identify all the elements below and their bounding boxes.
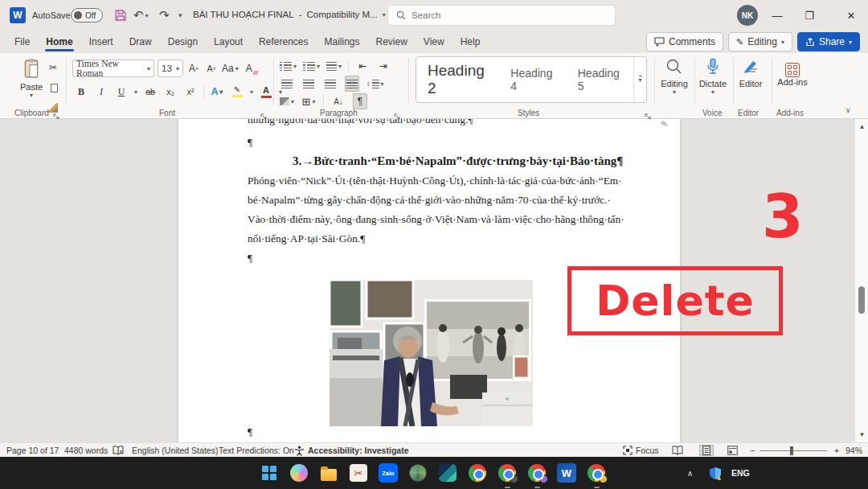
tab-home[interactable]: Home (38, 31, 80, 53)
document-title[interactable]: BÀI THU HOẠCH FINAL - Compatibility M...… (193, 10, 386, 19)
doc-text-line[interactable]: nổi·tiếng·AP·tại·Sài·Gòn.¶ (248, 232, 365, 245)
zoom-slider-thumb[interactable] (790, 446, 793, 455)
align-right-button[interactable] (323, 76, 338, 92)
redo-icon[interactable]: ↷ (159, 6, 170, 24)
clear-formatting-button[interactable]: A (242, 60, 256, 76)
snipping-tool-icon[interactable]: ✂ (348, 462, 369, 483)
multilevel-list-button[interactable]: ▾ (326, 58, 342, 74)
teal-app-icon[interactable] (437, 462, 458, 483)
comments-button[interactable]: Comments (646, 32, 723, 51)
paragraph-mark[interactable]: ¶ (248, 252, 252, 265)
copilot-icon[interactable] (289, 462, 309, 483)
accessibility-status[interactable]: Accessibility: Investigate (308, 445, 408, 456)
italic-button[interactable]: I (94, 84, 108, 100)
bullets-button[interactable]: ▾ (280, 58, 297, 74)
zoom-out-button[interactable]: − (750, 445, 755, 456)
editor-button[interactable]: Editor (733, 58, 768, 88)
font-size-select[interactable]: 13▾ (158, 60, 183, 77)
read-mode-button[interactable] (672, 445, 684, 456)
zalo-icon[interactable]: Zalo (378, 462, 399, 483)
minimize-button[interactable]: — (762, 0, 792, 31)
chrome-icon[interactable] (467, 462, 488, 483)
change-case-button[interactable]: Aa▾ (222, 60, 239, 76)
subscript-button[interactable]: x₂ (163, 84, 178, 100)
style-heading-5[interactable]: Heading 5 (567, 57, 633, 102)
tab-draw[interactable]: Draw (121, 31, 160, 53)
chrome-profile-purple-icon[interactable] (526, 462, 547, 483)
paint-app-icon[interactable] (407, 462, 428, 483)
cut-icon[interactable]: ✂ (46, 60, 60, 76)
superscript-button[interactable]: x² (183, 84, 198, 100)
proofing-icon[interactable] (113, 445, 124, 456)
shrink-font-button[interactable]: A˅ (204, 60, 219, 76)
vertical-scrollbar[interactable]: ▲ ▼ (854, 119, 868, 442)
doc-text-line[interactable]: Vào·thời·điểm·này,·ông·đang·sinh·sống·ở·… (248, 213, 624, 226)
doc-text-line[interactable]: những·người·đã·đối·mặt·với·sự·tàn·bạo·đế… (248, 119, 473, 126)
tab-references[interactable]: References (251, 31, 316, 53)
zoom-in-button[interactable]: + (834, 445, 839, 456)
tab-help[interactable]: Help (452, 31, 489, 53)
zoom-level[interactable]: 94% (845, 445, 862, 456)
add-ins-button[interactable]: Add-ins (773, 58, 812, 87)
word-count[interactable]: 4480 words (64, 445, 108, 456)
chrome-profile-yellow-icon[interactable] (586, 462, 607, 483)
doc-text-line[interactable]: bé·Napalm”·từng·gây·chấn·động·cả·thế·giớ… (248, 194, 611, 207)
page-indicator[interactable]: Page 10 of 17 (6, 445, 59, 456)
customize-toolbar-icon[interactable]: ▾ (178, 6, 182, 24)
search-input[interactable] (411, 10, 572, 20)
focus-button[interactable]: Focus (623, 445, 659, 456)
highlight-color-button[interactable]: ✎ (230, 84, 244, 100)
align-center-button[interactable] (301, 76, 316, 92)
show-formatting-marks-button[interactable]: ¶ (353, 93, 367, 109)
sort-button[interactable]: A↓ (331, 93, 346, 109)
paragraph-mark[interactable]: ¶ (248, 425, 252, 438)
grow-font-button[interactable]: A˄ (186, 60, 201, 76)
text-effects-button[interactable]: A▾ (210, 84, 224, 100)
doc-heading[interactable]: 3.→Bức·tranh·“Em·bé·Napalm”·được·trưng·b… (293, 154, 623, 168)
doc-text-line[interactable]: Phóng·viên·“Nick”·Út·(tên·thật·Huỳnh·Côn… (248, 175, 622, 187)
decrease-indent-button[interactable]: ⇤ (355, 58, 370, 74)
tab-layout[interactable]: Layout (206, 31, 251, 53)
scroll-down-icon[interactable]: ▼ (855, 431, 868, 438)
copy-icon[interactable] (46, 80, 60, 96)
account-avatar[interactable]: NK (737, 5, 758, 26)
strikethrough-button[interactable]: ab (143, 84, 158, 100)
chrome-profile-gear-icon[interactable] (497, 462, 518, 483)
numbering-button[interactable]: ▾ (303, 58, 320, 74)
scrollbar-thumb[interactable] (858, 286, 865, 314)
margin-pen-icon[interactable]: ✎ (659, 119, 669, 130)
web-layout-button[interactable] (727, 445, 738, 456)
line-spacing-button[interactable]: ↕▾ (366, 76, 384, 92)
tab-file[interactable]: File (6, 31, 38, 53)
tab-insert[interactable]: Insert (81, 31, 121, 53)
dictate-button[interactable]: Dictate ▾ (696, 58, 730, 96)
share-button[interactable]: Share ▾ (797, 32, 860, 51)
file-explorer-icon[interactable] (318, 462, 339, 483)
tray-expand-icon[interactable]: ∧ (687, 457, 693, 489)
start-button[interactable] (259, 462, 280, 483)
close-button[interactable]: ✕ (836, 0, 866, 31)
language-indicator[interactable]: English (United States) (132, 445, 218, 456)
paste-button[interactable]: Paste ▾ (13, 58, 50, 99)
word-taskbar-icon[interactable]: W (556, 462, 577, 483)
justify-button[interactable] (345, 76, 359, 92)
borders-button[interactable]: ⊞▾ (301, 93, 316, 109)
collapse-ribbon-icon[interactable]: ∨ (845, 106, 851, 114)
tab-review[interactable]: Review (368, 31, 416, 53)
language-switcher[interactable]: ENG (731, 457, 750, 489)
search-bar[interactable] (387, 5, 616, 26)
zoom-slider[interactable] (760, 445, 827, 456)
style-heading-4[interactable]: Heading 4 (499, 57, 566, 102)
editing-menu-button[interactable]: Editing ▾ (657, 58, 691, 96)
increase-indent-button[interactable]: ⇥ (376, 58, 391, 74)
font-color-button[interactable]: A (259, 84, 273, 100)
underline-button[interactable]: U (114, 84, 129, 100)
tab-design[interactable]: Design (160, 31, 206, 53)
align-left-button[interactable] (280, 76, 294, 92)
text-predictions[interactable]: Text Predictions: On (219, 445, 294, 456)
styles-more-button[interactable]: ▾ (633, 57, 646, 102)
bold-button[interactable]: B (74, 84, 88, 100)
autosave-toggle[interactable]: Off (71, 8, 103, 23)
font-name-select[interactable]: Times New Roman▾ (72, 60, 154, 77)
shading-button[interactable]: ▾ (280, 93, 294, 109)
